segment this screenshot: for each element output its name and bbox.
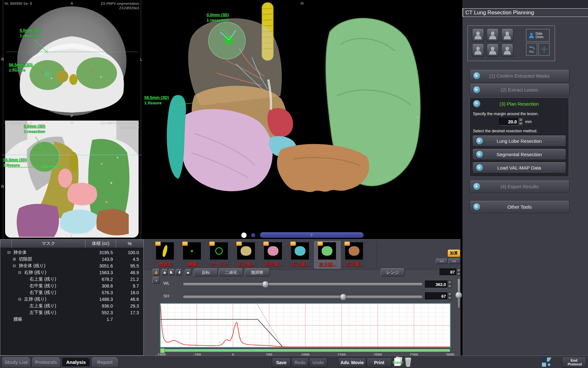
margin-spinner[interactable]: ▲▼ (519, 118, 523, 126)
invert-button[interactable]: 反転 (194, 268, 218, 276)
mask-thumbnail[interactable]: 左下葉... (342, 241, 367, 268)
wl-value-spinner[interactable]: ▲▼ (448, 281, 452, 288)
print-button[interactable]: Print (366, 358, 392, 367)
collapse-icon[interactable]: ⊟ (18, 297, 23, 302)
collapse-icon[interactable]: ⊟ (7, 250, 12, 255)
table-row[interactable]: ⊟左肺 (残り)1488.346.6 (0, 296, 143, 302)
sh-slider-track[interactable] (183, 295, 423, 299)
tab-protocols[interactable]: Protocols (31, 357, 61, 367)
curve-preset-plateau-button[interactable] (185, 269, 191, 275)
vertical-slider[interactable] (457, 278, 461, 309)
center-crosshair-button[interactable] (538, 43, 550, 56)
histogram-display-button[interactable] (153, 269, 160, 276)
curve-preset-ascending-button[interactable] (175, 269, 182, 275)
column-header-volume[interactable]: 体積 (cc) (85, 240, 116, 248)
save-button[interactable]: Save (272, 358, 291, 367)
export-button[interactable]: Export (393, 357, 404, 367)
orientation-r-button[interactable]: R (487, 44, 499, 57)
curve-preset-descending-button[interactable] (168, 269, 175, 275)
binarize-button[interactable]: 二値化 (219, 268, 243, 276)
data-orientation-button[interactable]: Data Orien. (526, 29, 550, 42)
table-row[interactable]: 左上葉 (残り)936.029.3 (0, 302, 143, 309)
expand-icon[interactable]: ⊞ (13, 257, 18, 261)
reset-all-button[interactable]: ALL (526, 43, 537, 56)
undo-button[interactable]: Undo (309, 358, 327, 367)
wl-slider-handle[interactable] (262, 281, 269, 288)
table-row[interactable]: 右中葉 (残り)308.89.7 (0, 282, 143, 289)
coronal-viewport[interactable]: St: 999999 Se: 8 H ZX-PAPV-segmentation … (0, 119, 144, 239)
redo-button[interactable]: Redo (291, 358, 309, 367)
mask-thumbnail[interactable]: 左上葉... (315, 241, 340, 268)
load-valmap-button[interactable]: ▶ Load VAL-MAP Data (472, 162, 566, 173)
table-row[interactable]: ⊟肺全体3195.5100.0 (0, 249, 143, 256)
add-mask-button[interactable]: 加算 (448, 249, 460, 257)
orientation-f-button[interactable]: F (501, 44, 513, 57)
table-row[interactable]: ⊞切除部143.94.5 (0, 256, 143, 262)
orientation-marker-left: R (1, 57, 4, 62)
adv-movie-button[interactable]: Adv. Movie (338, 358, 366, 367)
wl-value-field[interactable]: 362.0 (425, 281, 448, 288)
histogram-range-bar[interactable] (160, 348, 451, 352)
plateau-curve-icon (186, 270, 190, 274)
panel-title: CT Lung Resection Planning (462, 8, 588, 17)
carousel-dot-active[interactable] (241, 233, 247, 238)
mask-thumbnail[interactable]: 右上葉... (234, 241, 259, 268)
prev-page-button[interactable]: << (436, 259, 448, 264)
wl-slider[interactable] (183, 281, 423, 288)
segmental-resection-button[interactable]: ▶ Segmental Resection (472, 149, 566, 160)
volume-3d-viewport[interactable]: H L 0.0mm (3D) 1:resection 56.5mm (3D) 1… (144, 0, 461, 239)
orientation-h-button[interactable]: H (501, 29, 513, 42)
margin-value-field[interactable]: 20.0 (499, 118, 519, 126)
trash-button[interactable] (404, 357, 413, 367)
sh-slider[interactable] (183, 294, 423, 301)
mask-thumbnail[interactable]: 右中葉... (261, 241, 286, 268)
column-header-percent[interactable]: % (116, 240, 143, 248)
sh-value-spinner[interactable]: ▲▼ (448, 292, 452, 300)
next-page-button[interactable]: >> (448, 259, 460, 264)
end-protocol-label: End Protocol (568, 358, 580, 366)
tab-analysis[interactable]: Analysis (61, 357, 91, 367)
collapse-icon[interactable]: ⊟ (13, 264, 18, 268)
vertical-slider-handle[interactable] (455, 292, 462, 299)
lung-lobe-resection-button[interactable]: ▶ Lung Lobe Resection (472, 135, 566, 147)
step1-button[interactable]: ▶ (1) Confirm Extracted Masks (469, 69, 570, 82)
mask-thumbnail[interactable]: 腫瘍 (180, 241, 205, 268)
collapse-icon[interactable]: ⊟ (18, 270, 23, 275)
axial-viewport[interactable]: St: 999999 Se: 8 A ZX-PAPV-segmentation … (0, 0, 144, 119)
step4-button[interactable]: ▶ (4) Export Results (469, 180, 570, 193)
table-row[interactable]: 腫瘍1.7 (0, 316, 143, 323)
sh-slider-handle[interactable] (340, 294, 347, 301)
mask-thumbnail[interactable]: 右下葉... (288, 241, 313, 268)
contrast-settings-button[interactable]: ◑ (153, 277, 160, 284)
orientation-p-button[interactable]: P (487, 29, 499, 42)
range-bar-handle[interactable] (160, 348, 165, 353)
wl-slider-track[interactable] (183, 282, 423, 286)
table-row[interactable]: ⊟肺全体 (残り)3051.695.5 (0, 262, 143, 269)
slice-reference-line (141, 119, 141, 239)
carousel-dot[interactable] (251, 233, 255, 237)
orientation-l-button[interactable]: L (472, 44, 484, 57)
histogram-frame[interactable] (160, 303, 451, 348)
range-value-field[interactable]: 87 (440, 268, 457, 276)
table-row[interactable]: ⊟右肺 (残り)1563.348.9 (0, 269, 143, 276)
sh-value-field[interactable]: 67 (425, 292, 448, 300)
mask-thumbnail[interactable]: 気管支 (153, 241, 178, 268)
range-value-spinner[interactable]: ▲▼ (457, 268, 461, 276)
table-row[interactable]: 左下葉 (残り)552.317.3 (0, 309, 143, 316)
orientation-a-button[interactable]: A (472, 29, 484, 42)
column-header-mask[interactable]: マスク (12, 240, 85, 248)
tab-study-list[interactable]: Study List (2, 357, 31, 367)
other-tools-button[interactable]: ▶ Other Tools (469, 200, 570, 213)
step3-button[interactable]: ▼ (3) Plan Resection (470, 98, 569, 110)
mask-thumbnail[interactable]: マージン (207, 241, 232, 268)
table-row[interactable]: 右上葉 (残り)678.221.2 (0, 276, 143, 282)
tab-report[interactable]: Report (91, 357, 119, 367)
curve-preset-peak-button[interactable] (161, 269, 168, 275)
table-row[interactable]: 右下葉 (残り)576.318.0 (0, 289, 143, 296)
end-protocol-button[interactable]: End Protocol (562, 357, 586, 368)
step2-button[interactable]: ▶ (2) Extract Lesion (469, 83, 570, 96)
lower-lobe-brown-3d (277, 144, 369, 192)
fine-adjust-button[interactable]: 微調整 (245, 268, 270, 276)
range-button[interactable]: レンジ (381, 268, 405, 276)
view-3d-scrollbar[interactable]: F (260, 232, 364, 238)
